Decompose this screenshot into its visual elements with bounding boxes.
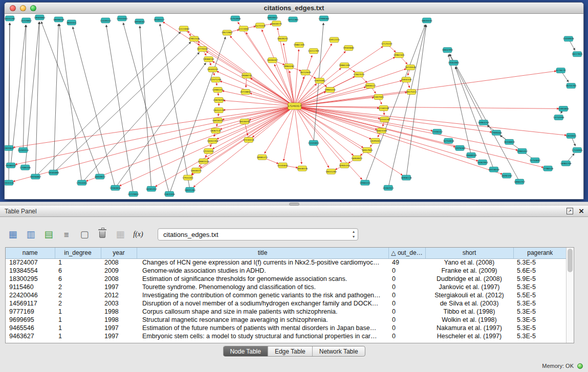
table-cell[interactable]: 0 xyxy=(388,283,425,291)
table-cell[interactable]: 5.3E-5 xyxy=(513,332,567,340)
panel-splitter[interactable] xyxy=(0,202,588,206)
table-cell[interactable]: 5.3E-5 xyxy=(513,316,567,324)
table-cell[interactable]: Nakamura et al. (1997) xyxy=(425,324,513,332)
table-cell[interactable]: Jankovic et al. (1997) xyxy=(425,283,513,291)
tab-edge-table[interactable]: Edge Table xyxy=(268,346,313,356)
table-cell[interactable]: 0 xyxy=(388,332,425,340)
table-cell[interactable]: 1 xyxy=(55,316,101,324)
table-cell[interactable]: 1 xyxy=(55,258,101,267)
graph-edge[interactable] xyxy=(207,106,294,159)
graph-edge[interactable] xyxy=(295,81,402,106)
table-cell[interactable]: 5.3E-5 xyxy=(513,299,567,308)
graph-edge[interactable] xyxy=(284,106,294,161)
table-row[interactable]: 1456911722003Disruption of a novel membe… xyxy=(6,299,567,308)
table-cell[interactable]: 14569117 xyxy=(6,299,55,308)
table-options-icon[interactable]: ▦ xyxy=(6,228,19,241)
graph-edge[interactable] xyxy=(455,67,483,123)
graph-edge[interactable] xyxy=(212,106,294,149)
network-canvas[interactable]: 1724031712224060178515281677033019088740… xyxy=(5,14,583,199)
table-row[interactable]: 977716911998Corpus callosum shape and si… xyxy=(6,308,567,316)
table-cell[interactable]: 1997 xyxy=(101,332,137,340)
table-cell[interactable]: 22420046 xyxy=(6,291,55,299)
table-cell[interactable]: 6 xyxy=(55,267,101,275)
table-cell[interactable]: Corpus callosum shape and size in male p… xyxy=(137,308,388,316)
table-cell[interactable]: 2 xyxy=(55,299,101,308)
graph-edge[interactable] xyxy=(212,61,294,106)
table-cell[interactable]: 0 xyxy=(388,316,425,324)
table-cell[interactable]: 19384554 xyxy=(6,267,55,275)
table-cell[interactable]: 0 xyxy=(388,299,425,308)
graph-edge[interactable] xyxy=(193,106,294,187)
table-cell[interactable]: 1998 xyxy=(101,316,137,324)
table-cell[interactable]: 2 xyxy=(55,283,101,291)
table-cell[interactable]: 1998 xyxy=(101,308,137,316)
table-cell[interactable]: Stergiakouli et al. (2012) xyxy=(425,291,513,299)
table-cell[interactable]: 1997 xyxy=(101,324,137,332)
table-cell[interactable]: Wolkin et al. (1998) xyxy=(425,316,513,324)
graph-edge[interactable] xyxy=(59,24,82,183)
table-cell[interactable]: 5.3E-5 xyxy=(513,283,567,291)
table-cell[interactable]: Embryonic stem cells: a model to study s… xyxy=(137,332,388,340)
function-builder-icon[interactable]: f(x) xyxy=(132,228,145,241)
table-row[interactable]: 1872400712008Changes of HCN gene express… xyxy=(6,258,567,267)
table-cell[interactable]: 1 xyxy=(55,332,101,340)
table-row[interactable]: 946554611997Estimation of the future num… xyxy=(6,324,567,332)
edit-table-icon[interactable]: ▤ xyxy=(42,228,55,241)
import-table-icon[interactable]: ▦ xyxy=(114,228,127,241)
table-row[interactable]: 969969511998Structural magnetic resonanc… xyxy=(6,316,567,324)
table-cell[interactable]: 9465546 xyxy=(6,324,55,332)
graph-edge[interactable] xyxy=(15,106,295,165)
column-header-title[interactable]: title xyxy=(137,248,388,258)
graph-edge[interactable] xyxy=(200,106,295,168)
table-cell[interactable]: 18724007 xyxy=(6,258,55,267)
table-cell[interactable]: 1 xyxy=(55,308,101,316)
table-cell[interactable]: Hescheler et al. (1997) xyxy=(425,332,513,340)
table-cell[interactable]: 5.3E-5 xyxy=(513,258,567,267)
graph-edge[interactable] xyxy=(295,93,407,106)
graph-edge[interactable] xyxy=(295,106,377,129)
graph-edge[interactable] xyxy=(25,22,39,167)
graph-edge[interactable] xyxy=(220,81,294,106)
graph-edge[interactable] xyxy=(295,106,329,168)
graph-edge[interactable] xyxy=(41,21,100,177)
table-row[interactable]: 1938455462009Genome-wide association stu… xyxy=(6,267,567,275)
table-cell[interactable]: Tibbo et al. (1998) xyxy=(425,308,513,316)
table-cell[interactable]: Structural magnetic resonance image aver… xyxy=(137,316,388,324)
column-header-name[interactable]: name xyxy=(6,248,55,258)
table-selector-dropdown[interactable]: citations_edges.txt ▴▾ xyxy=(158,228,358,240)
graph-edge[interactable] xyxy=(160,24,190,190)
table-cell[interactable]: Investigating the contribution of common… xyxy=(137,291,388,299)
table-cell[interactable]: 2008 xyxy=(101,275,137,283)
network-graph[interactable]: 1724031712224060178515281677033019088740… xyxy=(5,14,583,199)
table-cell[interactable]: Genome-wide association studies in ADHD. xyxy=(137,267,388,275)
table-cell[interactable]: Estimation of the future numbers of pati… xyxy=(137,324,388,332)
table-cell[interactable]: 9777169 xyxy=(6,308,55,316)
close-panel-icon[interactable]: × xyxy=(579,207,584,215)
graph-edge[interactable] xyxy=(295,106,543,168)
graph-edge[interactable] xyxy=(295,47,383,106)
table-cell[interactable]: Changes of HCN gene expression and I(f) … xyxy=(137,258,388,267)
column-header-pagerank[interactable]: pagerank xyxy=(513,248,567,258)
table-cell[interactable]: Dudbridge et al. (2008) xyxy=(425,275,513,283)
graph-edge[interactable] xyxy=(284,43,295,106)
graph-edge[interactable] xyxy=(388,25,426,188)
tab-node-table[interactable]: Node Table xyxy=(223,346,268,356)
float-panel-icon[interactable]: ↗ xyxy=(567,208,573,214)
table-scrollbar[interactable] xyxy=(566,248,574,343)
table-cell[interactable]: 1997 xyxy=(101,283,137,291)
column-header-short[interactable]: short xyxy=(425,248,513,258)
create-table-icon[interactable]: ▢ xyxy=(78,228,91,241)
table-cell[interactable]: 5.5E-5 xyxy=(513,291,567,299)
graph-edge[interactable] xyxy=(295,106,492,133)
table-cell[interactable]: 1 xyxy=(55,324,101,332)
table-cell[interactable]: 0 xyxy=(388,275,425,283)
table-cell[interactable]: Yano et al. (2008) xyxy=(425,258,513,267)
zoom-window-button[interactable] xyxy=(30,5,36,11)
table-cell[interactable]: 5.6E-5 xyxy=(513,267,567,275)
network-view-window[interactable]: citations_edges.txt 17240317122240601785… xyxy=(4,2,584,200)
graph-edge[interactable] xyxy=(217,106,295,139)
table-cell[interactable]: 5.9E-5 xyxy=(513,275,567,283)
select-columns-icon[interactable]: ▥ xyxy=(24,228,37,241)
table-row[interactable]: 1830029562008Estimation of significance … xyxy=(6,275,567,283)
table-cell[interactable]: 0 xyxy=(388,308,425,316)
